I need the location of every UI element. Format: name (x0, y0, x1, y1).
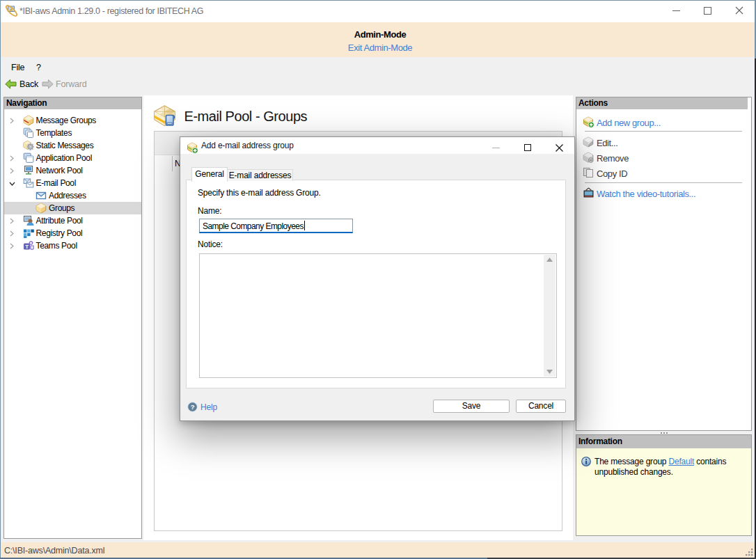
svg-text:?: ? (191, 403, 195, 411)
svg-text:T: T (25, 244, 29, 250)
